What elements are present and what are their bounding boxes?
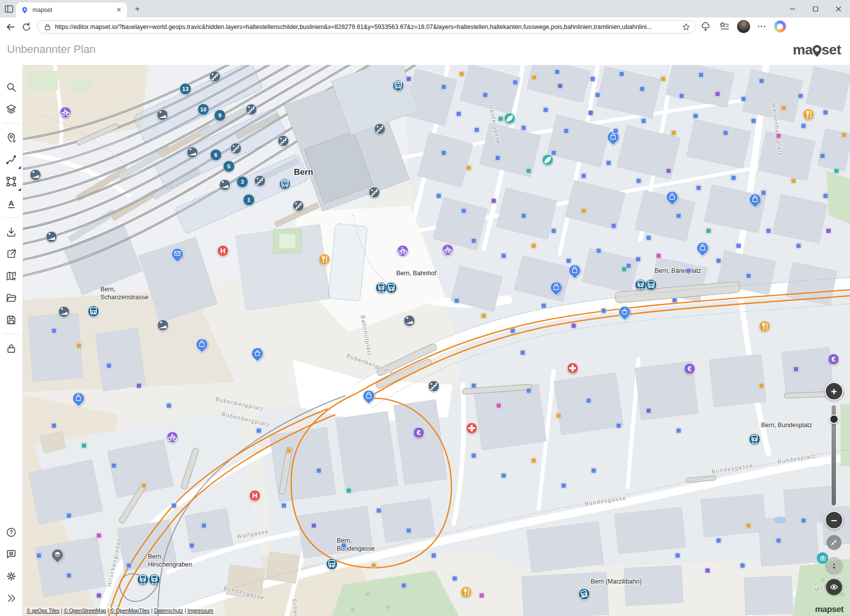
- poi-marker[interactable]: [532, 75, 537, 80]
- poi-marker[interactable]: [461, 208, 467, 214]
- stairs-marker[interactable]: [246, 104, 257, 115]
- favorites-icon[interactable]: [719, 21, 730, 32]
- poi-marker[interactable]: [746, 523, 752, 529]
- bag-pin[interactable]: [697, 242, 709, 254]
- poi-marker[interactable]: [791, 178, 797, 184]
- poi-marker[interactable]: [555, 69, 560, 75]
- poi-marker[interactable]: [619, 71, 625, 77]
- poi-marker[interactable]: [456, 111, 462, 117]
- poi-marker[interactable]: [346, 488, 352, 494]
- bag-pin[interactable]: [363, 390, 375, 402]
- new-tab-button[interactable]: +: [133, 4, 142, 13]
- poi-marker[interactable]: [706, 228, 712, 234]
- basket-pin[interactable]: [619, 306, 631, 318]
- poi-marker[interactable]: [740, 563, 746, 569]
- poi-marker[interactable]: [76, 343, 82, 349]
- poi-marker[interactable]: [431, 553, 437, 559]
- poi-marker[interactable]: [474, 127, 480, 133]
- poi-marker[interactable]: [820, 153, 826, 159]
- poi-marker[interactable]: [141, 483, 147, 489]
- poi-marker[interactable]: [510, 328, 516, 334]
- poi-marker[interactable]: [591, 468, 597, 474]
- poi-marker[interactable]: [543, 107, 549, 113]
- poi-marker[interactable]: [586, 398, 592, 404]
- poi-marker[interactable]: [671, 130, 677, 136]
- poi-marker[interactable]: [611, 223, 617, 229]
- ramp-marker[interactable]: [157, 109, 168, 121]
- poi-marker[interactable]: [406, 528, 412, 534]
- attribution-link[interactable]: Impressum: [187, 608, 213, 614]
- stop-label-bern-hirschengraben[interactable]: Bern,Hirschengraben: [148, 553, 192, 569]
- poi-marker[interactable]: [483, 92, 488, 98]
- poi-marker[interactable]: [558, 83, 563, 89]
- poi-marker[interactable]: [341, 543, 347, 549]
- platform-number-marker[interactable]: 10: [197, 103, 209, 115]
- stop-tram-icon[interactable]: [149, 574, 160, 586]
- ramp-marker[interactable]: [58, 306, 70, 318]
- refresh-icon[interactable]: [21, 21, 32, 32]
- poi-marker[interactable]: [311, 523, 317, 529]
- poi-marker[interactable]: [401, 583, 407, 589]
- poi-marker[interactable]: [520, 350, 526, 356]
- stairs-marker[interactable]: [209, 71, 221, 82]
- sidebar-settings-button[interactable]: [0, 565, 22, 587]
- poi-marker[interactable]: [281, 503, 287, 509]
- poi-marker[interactable]: [171, 503, 177, 509]
- more-menu-icon[interactable]: [756, 21, 767, 32]
- stop-label-bern-bahnhof[interactable]: Bern, Bahnhof: [396, 270, 436, 278]
- poi-marker[interactable]: [622, 267, 627, 272]
- poi-marker[interactable]: [526, 388, 532, 394]
- bag-pin[interactable]: [196, 338, 208, 350]
- bag-pin[interactable]: [550, 281, 562, 293]
- platform-number-marker[interactable]: 13: [179, 83, 191, 95]
- stop-label-bern-schanzenstrasse[interactable]: Bern,Schanzenstrasse: [100, 286, 148, 301]
- poi-marker[interactable]: [441, 150, 447, 156]
- poi-marker[interactable]: [751, 118, 757, 124]
- sidebar-search-button[interactable]: [0, 76, 22, 98]
- platform-number-marker[interactable]: 9: [214, 109, 226, 121]
- bike-marker[interactable]: [397, 245, 409, 257]
- sidebar-share-button[interactable]: [0, 243, 22, 265]
- poi-marker[interactable]: [571, 323, 577, 329]
- bike-marker[interactable]: [442, 244, 454, 256]
- poi-marker[interactable]: [96, 593, 102, 599]
- url-field[interactable]: https://editor.mapset.io/?baselayer=worl…: [37, 20, 696, 33]
- poi-marker[interactable]: [166, 403, 172, 409]
- poi-marker[interactable]: [491, 198, 497, 204]
- ramp-marker[interactable]: [157, 320, 169, 331]
- poi-marker[interactable]: [481, 313, 487, 319]
- visibility-eye-button[interactable]: [826, 579, 842, 595]
- poi-marker[interactable]: [646, 235, 652, 241]
- poi-marker[interactable]: [452, 576, 458, 582]
- bag-pin[interactable]: [749, 193, 761, 205]
- poi-marker[interactable]: [581, 173, 587, 179]
- poi-marker[interactable]: [551, 150, 557, 156]
- stop-bus-icon[interactable]: [326, 559, 338, 570]
- bag-pin[interactable]: [72, 392, 84, 404]
- browser-tab[interactable]: mapset ✕: [16, 2, 127, 17]
- hospital-marker[interactable]: H: [249, 490, 261, 502]
- ramp-marker[interactable]: [46, 231, 57, 243]
- stop-bus-icon[interactable]: [88, 306, 99, 317]
- mail-pin[interactable]: [171, 248, 183, 260]
- poi-marker[interactable]: [471, 383, 477, 389]
- stop-tram-icon[interactable]: [137, 574, 149, 586]
- poi-marker[interactable]: [731, 175, 737, 181]
- poi-marker[interactable]: [736, 243, 742, 249]
- poi-marker[interactable]: [616, 423, 622, 429]
- stop-tram-icon[interactable]: [635, 279, 647, 291]
- tab-list-icon[interactable]: [4, 4, 14, 14]
- window-close-button[interactable]: [827, 0, 850, 17]
- poi-marker[interactable]: [286, 448, 292, 454]
- bag-pin[interactable]: [569, 264, 581, 276]
- ramp-marker[interactable]: [404, 315, 415, 327]
- zoom-in-button[interactable]: +: [825, 382, 844, 401]
- poi-marker[interactable]: [371, 563, 377, 569]
- poi-marker[interactable]: [794, 367, 799, 372]
- poi-marker[interactable]: [759, 383, 765, 389]
- poi-marker[interactable]: [696, 185, 702, 191]
- attribution-link[interactable]: © OpenStreetMap: [64, 608, 106, 614]
- attribution-link[interactable]: Datenschutz: [154, 608, 183, 614]
- zoom-out-button[interactable]: −: [825, 511, 844, 530]
- poi-marker[interactable]: [823, 193, 829, 199]
